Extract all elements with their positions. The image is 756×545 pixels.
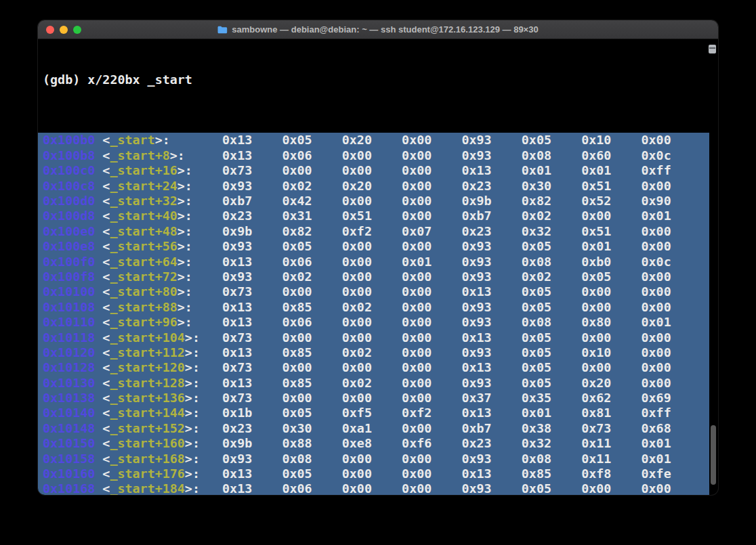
dump-address: 0x10100 [43, 284, 95, 299]
dump-byte: 0x00 [312, 163, 372, 177]
dump-byte: 0x93 [432, 269, 491, 284]
titlebar[interactable]: sambowne — debian@debian: ~ — ssh studen… [38, 20, 718, 39]
dump-byte: 0x73 [200, 391, 252, 405]
dump-address: 0x10138 [43, 391, 95, 405]
dump-byte: 0x85 [252, 300, 312, 314]
split-pane-button[interactable] [709, 45, 716, 53]
dump-address: 0x10158 [43, 452, 95, 466]
dump-byte: 0x32 [492, 436, 551, 450]
dump-row: 0x100f8 <_start+72>: 0x93 0x02 0x00 0x00… [38, 269, 709, 284]
dump-byte: 0x1b [200, 406, 252, 420]
dump-byte: 0x02 [492, 209, 551, 223]
dump-byte: 0x00 [551, 360, 611, 374]
dump-byte: 0x00 [372, 300, 432, 314]
folder-icon [217, 26, 228, 34]
dump-byte: 0x93 [192, 179, 252, 193]
dump-byte: 0x73 [192, 284, 252, 299]
dump-byte: 0x00 [611, 330, 671, 345]
dump-byte: 0x01 [551, 163, 611, 177]
dump-byte: 0x00 [372, 466, 432, 481]
dump-byte: 0x31 [252, 209, 312, 223]
dump-byte: 0x9b [432, 194, 491, 208]
dump-byte: 0xf6 [372, 436, 432, 450]
dump-byte: 0xb7 [432, 209, 491, 223]
dump-byte: 0x00 [611, 345, 671, 359]
dump-byte: 0x93 [432, 239, 491, 253]
dump-byte: 0x00 [611, 481, 671, 495]
dump-byte: 0x13 [170, 133, 252, 147]
dump-byte: 0x93 [192, 239, 252, 253]
dump-byte: 0xff [611, 163, 671, 177]
dump-symbol: _start+112 [110, 345, 184, 359]
dump-address: 0x100f0 [43, 255, 95, 269]
dump-byte: 0x05 [252, 406, 312, 420]
dump-byte: 0x30 [252, 421, 312, 435]
dump-byte: 0x08 [492, 315, 551, 329]
dump-row: 0x10130 <_start+128>: 0x13 0x85 0x02 0x0… [38, 376, 709, 391]
dump-byte: 0x00 [312, 194, 372, 208]
dump-byte: 0x20 [551, 376, 611, 390]
dump-byte: 0x10 [551, 345, 611, 359]
dump-address: 0x100d8 [43, 209, 95, 223]
scrollbar-thumb[interactable] [711, 425, 716, 485]
dump-byte: 0x02 [312, 300, 372, 314]
zoom-button[interactable] [73, 26, 81, 34]
dump-byte: 0x32 [492, 224, 551, 238]
dump-symbol: _start+40 [110, 209, 177, 223]
terminal-screen[interactable]: (gdb) x/220bx _start 0x100b0 <_start>: 0… [38, 40, 718, 495]
dump-symbol: _start+56 [110, 239, 177, 253]
dump-byte: 0x42 [252, 194, 312, 208]
dump-byte: 0x05 [492, 376, 551, 390]
dump-byte: 0x13 [432, 466, 491, 481]
dump-byte: 0x81 [551, 406, 611, 420]
dump-address: 0x10120 [43, 345, 95, 359]
dump-byte: 0x02 [312, 345, 372, 359]
close-button[interactable] [46, 26, 54, 34]
dump-byte: 0x85 [492, 466, 551, 481]
dump-byte: 0x93 [432, 481, 491, 495]
dump-byte: 0x93 [200, 452, 252, 466]
dump-byte: 0x90 [611, 194, 671, 208]
dump-byte: 0x05 [492, 345, 551, 359]
dump-symbol: _start+104 [110, 330, 184, 345]
dump-byte: 0x00 [611, 179, 671, 193]
dump-byte: 0x13 [192, 300, 252, 314]
dump-byte: 0x00 [611, 269, 671, 284]
dump-symbol: _start+160 [110, 436, 184, 450]
dump-symbol: _start+48 [110, 224, 177, 238]
dump-byte: 0x01 [492, 163, 551, 177]
dump-byte: 0x93 [432, 345, 491, 359]
dump-address: 0x10150 [43, 436, 95, 450]
dump-row: 0x10120 <_start+112>: 0x13 0x85 0x02 0x0… [38, 345, 709, 360]
dump-byte: 0x73 [200, 330, 252, 345]
dump-byte: 0x00 [312, 466, 372, 481]
dump-byte: 0xf8 [551, 466, 611, 481]
dump-byte: 0x00 [312, 452, 372, 466]
dump-byte: 0x00 [611, 376, 671, 390]
dump-byte: 0x52 [551, 194, 611, 208]
dump-byte: 0x23 [200, 421, 252, 435]
dump-symbol: _start+80 [110, 284, 177, 299]
dump-byte: 0x85 [252, 345, 312, 359]
dump-byte: 0x00 [252, 391, 312, 405]
window-title-group: sambowne — debian@debian: ~ — ssh studen… [217, 24, 538, 35]
dump-byte: 0xff [611, 406, 671, 420]
dump-byte: 0x00 [611, 133, 671, 147]
dump-byte: 0x51 [551, 224, 611, 238]
dump-row: 0x10140 <_start+144>: 0x1b 0x05 0xf5 0xf… [38, 406, 709, 420]
dump-row: 0x100b8 <_start+8>: 0x13 0x06 0x00 0x00 … [38, 148, 709, 163]
dump-byte: 0x00 [551, 481, 611, 495]
dump-byte: 0xb0 [551, 255, 611, 269]
minimize-button[interactable] [60, 26, 68, 34]
dump-byte: 0x73 [551, 421, 611, 435]
dump-row: 0x10128 <_start+120>: 0x73 0x00 0x00 0x0… [38, 360, 709, 375]
dump-byte: 0x05 [492, 239, 551, 253]
dump-byte: 0x00 [551, 300, 611, 314]
dump-byte: 0x01 [611, 436, 671, 450]
dump-byte: 0x23 [432, 224, 491, 238]
dump-byte: 0x00 [551, 284, 611, 299]
dump-byte: 0x13 [432, 406, 491, 420]
dump-row: 0x100f0 <_start+64>: 0x13 0x06 0x00 0x01… [38, 255, 709, 269]
dump-address: 0x10168 [43, 481, 95, 495]
dump-byte: 0x00 [252, 330, 312, 345]
